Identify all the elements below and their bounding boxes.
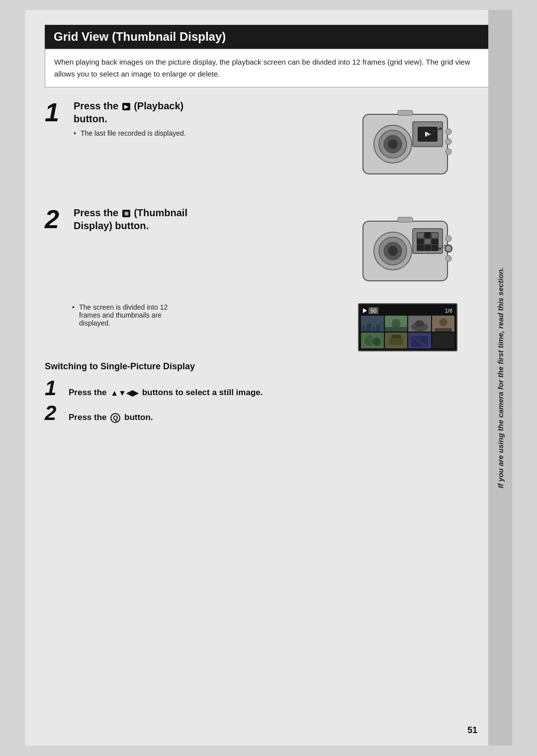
step-2-row: 2 Press the ⊞ (ThumbnailDisplay) button. [45,206,348,236]
playback-button-icon: ▶ [122,103,130,110]
sub-step-2: 2 Press the Q button. [45,403,467,423]
svg-rect-38 [372,327,375,332]
thumb-cell-8 [432,333,455,348]
step-2-note-text: The screen is divided into 12frames and … [79,303,168,327]
page-title: Grid View (Thumbnail Display) [54,30,483,44]
step-1-number: 1 [45,99,69,125]
step-1-note: The last file recorded is displayed. [74,129,348,137]
svg-point-11 [446,149,451,155]
thumbnail-screen-area: 50 1/6 [348,303,467,351]
svg-rect-27 [432,233,438,238]
step-1-left: 1 Press the ▶ (Playback)button. The last… [45,99,348,151]
step-2-number: 2 [45,206,69,232]
step-2-camera [348,206,467,298]
thumbnail-grid [361,316,454,348]
step-2-left: 2 Press the ⊞ (ThumbnailDisplay) button. [45,206,348,250]
thumb-cell-6 [385,333,408,348]
sub-step-2-after: button. [124,413,153,422]
step-1-pair: 1 Press the ▶ (Playback)button. The last… [45,99,467,191]
svg-rect-26 [425,239,431,244]
step-2-note-left: The screen is divided into 12frames and … [45,303,348,327]
thumb-cell-7 [408,333,431,348]
step-1-text: Press the ▶ (Playback)button. The last f… [74,99,348,137]
page-number: 51 [467,725,477,736]
screen-play-icon [363,308,367,313]
sub-step-2-number: 2 [45,403,65,423]
step-2-pair: 2 Press the ⊞ (ThumbnailDisplay) button. [45,206,467,298]
thumb-cell-1 [361,316,384,332]
step-2-title-before: Press the [74,207,118,218]
svg-point-4 [388,139,398,149]
svg-rect-53 [389,337,403,345]
svg-point-47 [439,319,447,327]
screen-header: 50 1/6 [361,306,454,316]
step-1-camera [348,99,467,191]
svg-rect-37 [366,324,371,332]
svg-point-41 [391,319,400,328]
title-bar: Grid View (Thumbnail Display) [45,25,492,49]
svg-point-45 [415,320,424,327]
step-2-note-pair: The screen is divided into 12frames and … [45,303,467,351]
sub-step-2-text: Press the Q button. [69,413,153,423]
step-2-note: The screen is divided into 12frames and … [72,303,348,327]
screen-badge: 50 [368,307,378,314]
svg-rect-36 [362,326,365,332]
thumbnail-screen: 50 1/6 [358,303,457,351]
camera-illustration-2 [353,206,462,298]
thumb-cell-4 [432,316,455,332]
step-1-title-before: Press the [74,100,118,111]
svg-point-29 [446,236,451,242]
sub-step-2-before: Press the [69,413,107,422]
sub-section-title: Switching to Single-Picture Display [45,361,467,372]
step-2-title: Press the ⊞ (ThumbnailDisplay) button. [74,206,348,232]
svg-point-31 [446,255,451,261]
svg-point-9 [446,129,451,135]
sub-step-1-text: Press the ▲▼◀▶ buttons to select a still… [69,388,263,398]
thumbnail-button-icon: ⊞ [122,210,130,217]
sub-section: Switching to Single-Picture Display 1 Pr… [45,361,467,423]
svg-rect-25 [417,233,424,238]
thumb-cell-3 [408,316,431,332]
sub-step-1-after: buttons to select a still image. [142,388,263,397]
svg-point-32 [445,245,452,252]
step-1-title: Press the ▶ (Playback)button. [74,99,348,125]
sub-step-1-before: Press the [69,388,107,397]
thumb-cell-2 [385,316,408,332]
svg-rect-54 [391,335,400,338]
screen-counter: 1/6 [445,308,452,314]
svg-point-51 [373,337,381,345]
q-button-icon: Q [110,413,120,423]
page: If you are using the camera for the firs… [25,10,512,746]
sub-step-1-number: 1 [45,378,65,399]
side-text: If you are using the camera for the firs… [496,267,505,488]
side-text-panel: If you are using the camera for the firs… [488,10,512,746]
step-1-row: 1 Press the ▶ (Playback)button. The last… [45,99,348,137]
main-content: 1 Press the ▶ (Playback)button. The last… [45,99,492,423]
sub-step-1: 1 Press the ▲▼◀▶ buttons to select a sti… [45,378,467,399]
svg-point-18 [388,246,398,256]
svg-rect-48 [435,328,451,332]
thumb-cell-5 [361,333,384,348]
svg-rect-8 [398,110,413,115]
step-2-text: Press the ⊞ (ThumbnailDisplay) button. [74,206,348,236]
svg-point-10 [446,139,451,145]
intro-box: When playing back images on the picture … [45,49,492,87]
svg-rect-42 [385,327,408,332]
intro-text: When playing back images on the picture … [54,58,470,78]
nav-arrows-icon: ▲▼◀▶ [110,389,138,397]
svg-rect-28 [398,217,413,222]
camera-illustration-1 [353,99,462,191]
svg-rect-39 [376,325,380,332]
